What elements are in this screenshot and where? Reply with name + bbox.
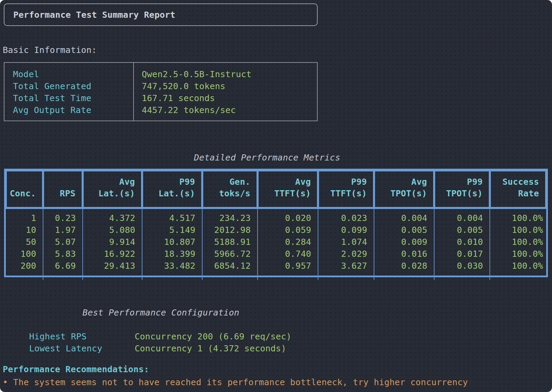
info-label: Avg Output Rate [13, 104, 133, 116]
table-cell: 2012.98 [202, 224, 258, 236]
column-header: P99Lat.(s) [142, 170, 202, 208]
table-cell: 234.23 [202, 212, 258, 224]
table-cell: 0.017 [434, 248, 490, 260]
info-value: Qwen2.5-0.5B-Instruct [142, 68, 317, 80]
table-cell: 100.0% [490, 260, 546, 272]
column-header: RPS [43, 170, 83, 208]
column-separator [434, 209, 434, 280]
table-cell: 6.69 [43, 260, 83, 272]
info-value: 747,520.0 tokens [142, 80, 317, 92]
info-label: Total Generated [13, 80, 133, 92]
column-separator [43, 209, 43, 280]
table-cell: 1.074 [318, 236, 374, 248]
column-header: P99TPOT(s) [434, 170, 490, 208]
info-value: 4457.22 tokens/sec [142, 104, 317, 116]
table-cell: 6854.12 [202, 260, 258, 272]
basic-info-heading: Basic Information: [3, 45, 97, 55]
table-cell: 33.482 [142, 260, 202, 272]
table-cell: 0.016 [374, 248, 434, 260]
table-cell: 100.0% [490, 236, 546, 248]
table-cell: 0.009 [374, 236, 434, 248]
best-config-row: Lowest LatencyConcurrency 1 (4.372 secon… [8, 331, 286, 366]
table-cell: 0.004 [374, 212, 434, 224]
table-cell: 0.020 [258, 212, 318, 224]
basic-info-table: Model Total Generated Total Test Time Av… [4, 62, 318, 121]
best-config-heading: Best Performance Configuration [0, 308, 321, 318]
table-cell: 0.030 [434, 260, 490, 272]
column-header: SuccessRate [490, 170, 546, 208]
table-cell: 0.004 [434, 212, 490, 224]
metrics-table-header: Conc. RPS AvgLat.(s) P99Lat.(s) Gen.toks… [6, 170, 546, 208]
table-cell: 3.627 [318, 260, 374, 272]
report-title: Performance Test Summary Report [13, 10, 175, 20]
table-cell: 0.059 [258, 224, 318, 236]
table-cell: 100 [6, 248, 43, 260]
column-separator [142, 209, 142, 280]
table-cell: 18.399 [142, 248, 202, 260]
table-cell: 200 [6, 260, 43, 272]
table-cell: 0.010 [434, 236, 490, 248]
table-cell: 0.005 [374, 224, 434, 236]
column-header: AvgTPOT(s) [374, 170, 434, 208]
column-separator [202, 209, 203, 280]
table-cell: 0.284 [258, 236, 318, 248]
recommendations-heading: Performance Recommendations: [3, 365, 149, 374]
column-header: Gen.toks/s [202, 170, 258, 208]
table-cell: 16.922 [83, 248, 142, 260]
table-cell: 0.957 [258, 260, 318, 272]
recommendation-item-clipped: • Consider concurrency 100 for latency/t… [3, 386, 289, 392]
table-cell: 5966.72 [202, 248, 258, 260]
table-cell: 5.149 [142, 224, 202, 236]
column-header: AvgTTFT(s) [258, 170, 318, 208]
table-cell: 4.517 [142, 212, 202, 224]
table-cell: 29.413 [83, 260, 142, 272]
column-header: Conc. [6, 170, 43, 208]
table-cell: 5.07 [43, 236, 83, 248]
column-separator [257, 209, 258, 280]
table-cell: 1 [6, 212, 43, 224]
table-cell: 9.914 [83, 236, 142, 248]
config-value: Concurrency 1 (4.372 seconds) [135, 344, 286, 353]
column-header: AvgLat.(s) [83, 170, 142, 208]
table-cell: 0.099 [318, 224, 374, 236]
table-cell: 0.740 [258, 248, 318, 260]
table-cell: 100.0% [490, 212, 546, 224]
column-separator [82, 209, 83, 280]
info-label: Model [13, 68, 133, 80]
table-cell: 0.028 [374, 260, 434, 272]
table-cell: 5.080 [83, 224, 142, 236]
info-value: 167.71 seconds [142, 92, 317, 104]
basic-info-values: Qwen2.5-0.5B-Instruct 747,520.0 tokens 1… [133, 63, 317, 121]
column-separator [489, 209, 490, 280]
column-separator [374, 209, 374, 280]
table-cell: 50 [6, 236, 43, 248]
table-cell: 100.0% [490, 224, 546, 236]
column-separator [318, 209, 318, 280]
table-cell: 1.97 [43, 224, 83, 236]
table-cell: 4.372 [83, 212, 142, 224]
info-label: Total Test Time [13, 92, 133, 104]
metrics-heading: Detailed Performance Metrics [1, 153, 534, 163]
table-cell: 5188.91 [202, 236, 258, 248]
basic-info-labels: Model Total Generated Total Test Time Av… [4, 63, 133, 121]
table-cell: 10 [6, 224, 43, 236]
metrics-table: Conc. RPS AvgLat.(s) P99Lat.(s) Gen.toks… [4, 169, 548, 277]
terminal-window: Performance Test Summary Report Basic In… [0, 0, 552, 392]
table-cell: 0.023 [318, 212, 374, 224]
table-cell: 2.029 [318, 248, 374, 260]
config-label: Lowest Latency [29, 342, 135, 354]
metrics-table-body: 1 0.23 4.372 4.517 234.23 0.020 0.023 0.… [6, 208, 546, 275]
table-cell: 0.23 [43, 212, 83, 224]
report-title-box: Performance Test Summary Report [4, 3, 318, 26]
table-cell: 0.005 [434, 224, 490, 236]
table-cell: 10.807 [142, 236, 202, 248]
table-cell: 100.0% [490, 248, 546, 260]
table-cell: 5.83 [43, 248, 83, 260]
column-header: P99TTFT(s) [318, 170, 374, 208]
